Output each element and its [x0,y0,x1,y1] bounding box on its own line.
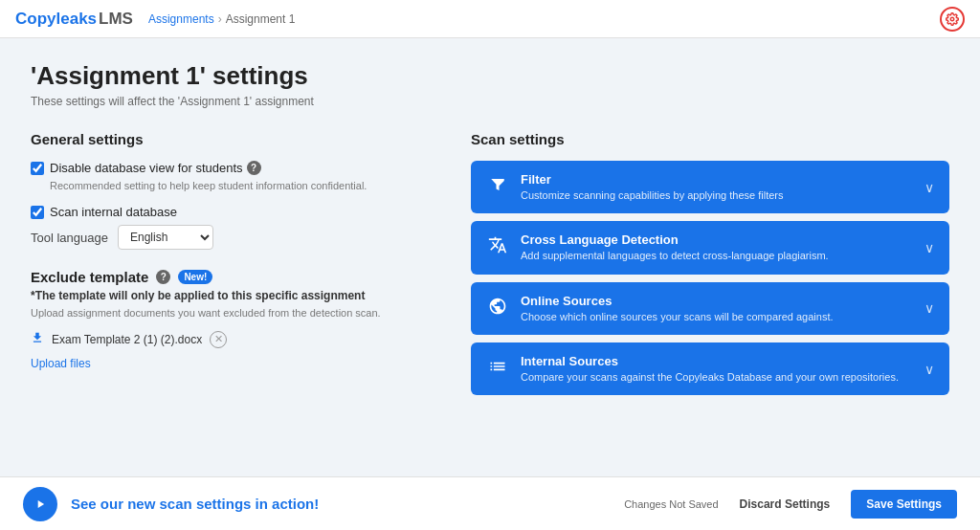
logo-copyleaks: Copyleaks [15,10,97,29]
footer-cta-text: See our new scan settings in action! [71,496,319,512]
svg-point-0 [950,17,954,21]
exclude-subtext: Upload assignment documents you want exc… [31,306,433,320]
top-nav: Copyleaks LMS Assignments › Assignment 1 [0,0,980,38]
discard-settings-button[interactable]: Discard Settings [730,492,840,517]
exclude-template-header: Exclude template ? New! [31,269,433,285]
scan-internal-row: Scan internal database [31,205,433,219]
changes-not-saved: Changes Not Saved [624,498,718,510]
internal-sources-card-body: Internal Sources Compare your scans agai… [521,354,913,384]
online-sources-icon [486,297,509,320]
filter-icon [486,176,509,198]
cross-language-chevron-icon: ∨ [924,240,934,255]
internal-sources-icon [486,357,509,381]
upload-file-icon [31,331,44,347]
right-column: Scan settings Filter Customize scanning … [471,131,949,403]
disable-db-label[interactable]: Disable database view for students ? [50,161,261,175]
cross-language-card-title: Cross Language Detection [521,232,913,247]
general-settings-section: General settings Disable database view f… [31,131,433,250]
scan-internal-checkbox[interactable] [31,206,44,219]
play-button[interactable] [23,487,57,521]
scan-internal-label[interactable]: Scan internal database [50,205,177,219]
online-sources-card-body: Online Sources Choose which online sourc… [521,294,913,323]
remove-file-button[interactable]: ✕ [210,331,227,348]
exclude-template-info-icon[interactable]: ? [156,270,170,284]
breadcrumb-current: Assignment 1 [226,12,296,26]
breadcrumb-assignments[interactable]: Assignments [148,12,214,26]
filter-card-desc: Customize scanning capabilities by apply… [521,188,913,202]
two-column-layout: General settings Disable database view f… [31,131,949,403]
filter-card-title: Filter [521,172,913,187]
scan-card-internal-sources[interactable]: Internal Sources Compare your scans agai… [471,342,949,395]
save-settings-button[interactable]: Save Settings [851,490,957,519]
gear-icon[interactable] [940,7,965,32]
scan-settings-title: Scan settings [471,131,949,147]
cross-language-card-desc: Add supplemental languages to detect cro… [521,249,913,262]
breadcrumb: Assignments › Assignment 1 [148,12,295,26]
scan-card-filter[interactable]: Filter Customize scanning capabilities b… [471,161,949,213]
scan-card-cross-language[interactable]: Cross Language Detection Add supplementa… [471,221,949,274]
footer-left: See our new scan settings in action! [23,487,319,521]
new-badge: New! [178,270,212,284]
nav-right [940,7,965,32]
internal-sources-card-title: Internal Sources [521,354,913,368]
disable-db-row: Disable database view for students ? [31,161,433,175]
disable-db-helper: Recommended setting to help keep student… [50,179,433,193]
left-column: General settings Disable database view f… [31,131,433,403]
online-sources-card-title: Online Sources [521,294,913,308]
cross-language-icon [486,235,509,259]
internal-sources-chevron-icon: ∨ [924,362,934,377]
cross-language-card-body: Cross Language Detection Add supplementa… [521,232,913,262]
filter-chevron-icon: ∨ [924,180,934,195]
exclude-template-title: Exclude template [31,269,148,285]
online-sources-card-desc: Choose which online sources your scans w… [521,310,913,323]
tool-language-label: Tool language [31,231,108,245]
tool-language-select[interactable]: English Spanish French German Portuguese [118,225,213,250]
page-subtitle: These settings will affect the 'Assignme… [31,95,949,108]
exclude-template-section: Exclude template ? New! *The template wi… [31,269,433,369]
logo-lms: LMS [99,10,133,29]
page-title: 'Assignment 1' settings [31,61,949,91]
file-name: Exam Template 2 (1) (2).docx [52,333,202,346]
internal-sources-card-desc: Compare your scans against the Copyleaks… [521,370,913,384]
uploaded-file-row: Exam Template 2 (1) (2).docx ✕ [31,331,433,348]
filter-card-body: Filter Customize scanning capabilities b… [521,172,913,202]
breadcrumb-separator: › [218,12,222,26]
main-content: 'Assignment 1' settings These settings w… [0,38,980,476]
upload-files-link[interactable]: Upload files [31,357,91,370]
footer: See our new scan settings in action! Cha… [0,476,980,530]
changes-label: Changes Not Saved [624,498,718,510]
general-settings-title: General settings [31,131,433,147]
scan-card-online-sources[interactable]: Online Sources Choose which online sourc… [471,282,949,335]
exclude-note: *The template will only be applied to th… [31,289,433,302]
logo: Copyleaks LMS [15,10,133,29]
disable-db-checkbox[interactable] [31,162,44,175]
tool-language-row: Tool language English Spanish French Ger… [31,225,433,250]
footer-right: Changes Not Saved Discard Settings Save … [624,490,957,519]
disable-db-info-icon[interactable]: ? [247,161,261,175]
online-sources-chevron-icon: ∨ [924,300,934,316]
